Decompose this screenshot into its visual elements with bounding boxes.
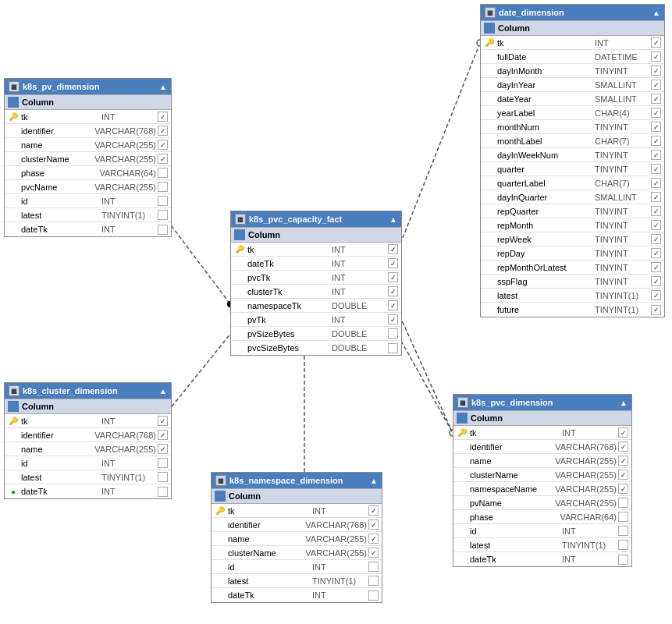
column-checkbox[interactable]: ✓ <box>618 441 628 452</box>
column-checkbox[interactable]: ✓ <box>618 470 628 480</box>
column-checkbox[interactable]: ✓ <box>388 244 398 254</box>
column-checkbox[interactable]: ✓ <box>618 456 628 466</box>
column-checkbox[interactable]: ✓ <box>368 534 379 544</box>
column-checkbox[interactable]: ✓ <box>618 427 628 438</box>
column-name: latest <box>21 473 101 482</box>
collapse-icon[interactable]: ▲ <box>159 83 167 91</box>
column-name: id <box>470 526 562 536</box>
column-checkbox[interactable]: ✓ <box>651 136 661 146</box>
column-checkbox[interactable]: ✓ <box>158 416 168 426</box>
collapse-icon[interactable]: ▲ <box>389 215 397 224</box>
key-icon: 🔑 <box>234 244 245 255</box>
column-checkbox[interactable]: ✓ <box>388 258 398 268</box>
column-name: identifier <box>21 126 94 136</box>
column-checkbox[interactable]: ✓ <box>158 444 168 454</box>
column-checkbox[interactable]: ✓ <box>618 484 628 494</box>
table-row: clusterNameVARCHAR(255)✓ <box>212 546 382 560</box>
column-type: SMALLINT <box>595 193 649 202</box>
column-name: pvcSizeBytes <box>247 343 332 353</box>
table-date-dimension[interactable]: ▦ date_dimension ▲ Column 🔑tkINT✓fullDat… <box>480 4 665 317</box>
column-name: id <box>21 459 101 468</box>
column-checkbox[interactable]: ✓ <box>651 220 661 230</box>
table-k8s-pvc-capacity-fact[interactable]: ▦ k8s_pvc_capacity_fact ▲ Column 🔑tkINT✓… <box>230 211 402 356</box>
column-checkbox[interactable] <box>368 590 379 601</box>
empty-icon <box>484 178 495 189</box>
table-k8s-pvc-capacity-fact-title: k8s_pvc_capacity_fact <box>249 214 342 224</box>
column-checkbox[interactable]: ✓ <box>651 51 661 62</box>
table-row: latestTINYINT(1)✓ <box>481 289 664 303</box>
column-checkbox[interactable]: ✓ <box>158 126 168 136</box>
column-checkbox[interactable] <box>618 540 628 550</box>
column-checkbox[interactable]: ✓ <box>651 276 661 286</box>
column-checkbox[interactable]: ✓ <box>651 37 661 48</box>
table-k8s-namespace-dimension[interactable]: ▦ k8s_namespace_dimension ▲ Column 🔑tkIN… <box>211 472 382 603</box>
column-name: dayInYear <box>497 80 595 90</box>
collapse-icon[interactable]: ▲ <box>620 399 628 407</box>
column-checkbox[interactable] <box>158 458 168 468</box>
column-checkbox[interactable] <box>618 512 628 522</box>
column-name: tk <box>247 245 332 254</box>
column-checkbox[interactable] <box>158 210 168 220</box>
column-checkbox[interactable] <box>388 328 398 339</box>
column-checkbox[interactable] <box>158 472 168 482</box>
column-checkbox[interactable]: ✓ <box>651 206 661 216</box>
column-checkbox[interactable]: ✓ <box>388 272 398 282</box>
table-k8s-cluster-dimension[interactable]: ▦ k8s_cluster_dimension ▲ Column 🔑tkINT✓… <box>4 382 172 499</box>
column-checkbox[interactable]: ✓ <box>651 150 661 160</box>
table-row: 🔑tkINT✓ <box>453 426 631 440</box>
column-checkbox[interactable]: ✓ <box>651 290 661 300</box>
column-checkbox[interactable]: ✓ <box>651 108 661 118</box>
column-checkbox[interactable]: ✓ <box>388 286 398 296</box>
empty-icon <box>8 430 19 441</box>
column-checkbox[interactable]: ✓ <box>158 112 168 122</box>
column-checkbox[interactable]: ✓ <box>368 519 379 530</box>
column-checkbox[interactable] <box>158 225 168 235</box>
column-checkbox[interactable]: ✓ <box>651 178 661 188</box>
column-name: identifier <box>228 520 305 530</box>
table-k8s-namespace-dimension-rows: 🔑tkINT✓identifierVARCHAR(768)✓nameVARCHA… <box>212 504 382 602</box>
empty-icon <box>457 512 468 523</box>
column-checkbox[interactable]: ✓ <box>388 300 398 310</box>
column-checkbox[interactable]: ✓ <box>651 305 661 315</box>
column-checkbox[interactable] <box>368 562 379 572</box>
column-checkbox[interactable]: ✓ <box>388 314 398 324</box>
column-checkbox[interactable]: ✓ <box>158 140 168 150</box>
column-checkbox[interactable] <box>158 196 168 206</box>
column-checkbox[interactable] <box>158 487 168 497</box>
collapse-icon[interactable]: ▲ <box>159 387 167 395</box>
column-checkbox[interactable]: ✓ <box>368 505 379 516</box>
column-checkbox[interactable]: ✓ <box>651 248 661 258</box>
column-checkbox[interactable]: ✓ <box>158 430 168 440</box>
column-checkbox[interactable]: ✓ <box>158 154 168 164</box>
column-name: dateTk <box>470 555 562 564</box>
table-k8s-pvc-capacity-fact-header: ▦ k8s_pvc_capacity_fact ▲ <box>231 211 401 227</box>
collapse-icon[interactable]: ▲ <box>370 477 378 485</box>
column-type: TINYINT <box>595 277 649 286</box>
empty-icon <box>484 80 495 90</box>
table-k8s-pv-dimension[interactable]: ▦ k8s_pv_dimension ▲ Column 🔑tkINT✓ident… <box>4 78 172 237</box>
table-k8s-pvc-dimension-title: k8s_pvc_dimension <box>471 398 553 407</box>
collapse-icon[interactable]: ▲ <box>652 9 660 17</box>
column-type: VARCHAR(768) <box>555 442 617 452</box>
column-checkbox[interactable]: ✓ <box>651 164 661 174</box>
column-checkbox[interactable]: ✓ <box>651 94 661 104</box>
column-name: dayInWeekNum <box>497 151 595 160</box>
empty-icon <box>234 328 245 339</box>
table-row: latestTINYINT(1) <box>5 208 171 222</box>
column-checkbox[interactable] <box>368 576 379 586</box>
column-checkbox[interactable]: ✓ <box>651 122 661 132</box>
column-checkbox[interactable]: ✓ <box>651 66 661 76</box>
column-checkbox[interactable] <box>618 526 628 536</box>
column-checkbox[interactable]: ✓ <box>651 192 661 202</box>
column-checkbox[interactable]: ✓ <box>368 548 379 558</box>
column-checkbox[interactable]: ✓ <box>651 80 661 90</box>
column-checkbox[interactable] <box>158 182 168 192</box>
column-checkbox[interactable] <box>618 498 628 508</box>
column-checkbox[interactable] <box>618 555 628 565</box>
column-checkbox[interactable] <box>388 343 398 353</box>
table-k8s-pvc-dimension[interactable]: ▦ k8s_pvc_dimension ▲ Column 🔑tkINT✓iden… <box>453 394 632 567</box>
column-checkbox[interactable]: ✓ <box>651 262 661 272</box>
empty-icon <box>234 342 245 353</box>
column-checkbox[interactable]: ✓ <box>651 234 661 244</box>
column-checkbox[interactable] <box>158 168 168 178</box>
